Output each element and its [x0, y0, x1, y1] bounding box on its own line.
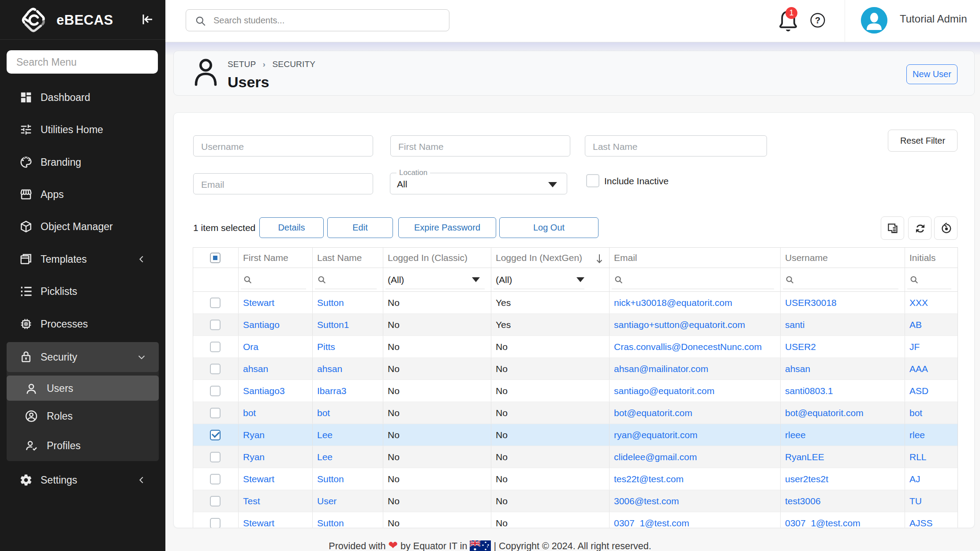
- svg-text:?: ?: [815, 15, 820, 25]
